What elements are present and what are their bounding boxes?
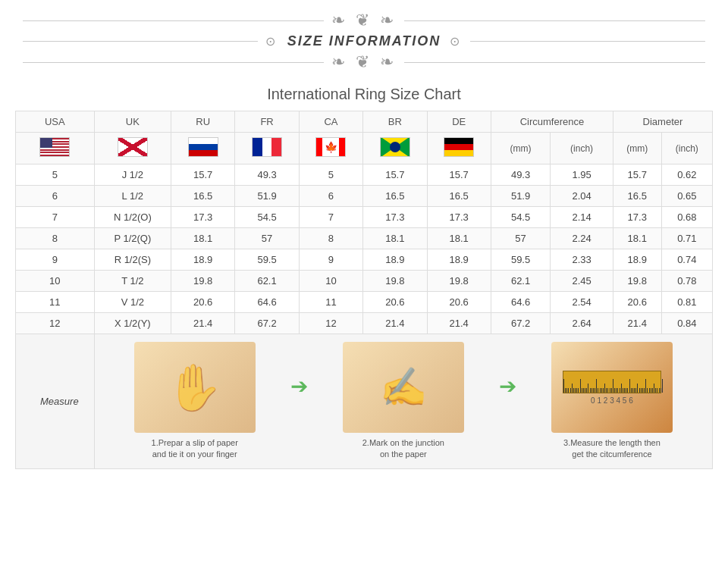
table-cell: 51.9 — [235, 186, 299, 207]
table-cell: L 1/2 — [94, 186, 171, 207]
flag-fr — [235, 133, 299, 164]
table-cell: 21.4 — [363, 313, 427, 334]
table-cell: 21.4 — [613, 313, 661, 334]
table-cell: 0.71 — [661, 228, 712, 249]
measure-step-2: 2.Mark on the junction on the paper — [311, 342, 496, 461]
deco-title-line: ⊙ SIZE INFORMATION ⊙ — [15, 33, 713, 49]
table-cell: 1.95 — [551, 164, 613, 186]
usa-flag-img — [39, 137, 70, 157]
col-ru: RU — [171, 111, 235, 133]
deco-ornament-right: ⊙ — [450, 34, 463, 49]
table-cell: 21.4 — [171, 313, 235, 334]
circ-mm-header: (mm) — [491, 133, 550, 164]
flag-usa — [16, 133, 95, 164]
table-cell: 18.9 — [613, 249, 661, 271]
table-cell: 49.3 — [235, 164, 299, 186]
table-cell: 16.5 — [427, 186, 491, 207]
chart-title: International Ring Size Chart — [15, 86, 713, 103]
table-cell: J 1/2 — [94, 164, 171, 186]
table-cell: 8 — [16, 228, 95, 249]
table-cell: T 1/2 — [94, 271, 171, 292]
table-cell: 62.1 — [491, 271, 550, 292]
diam-inch-header: (inch) — [661, 133, 712, 164]
uk-flag-img — [118, 137, 148, 157]
table-cell: 18.1 — [613, 228, 661, 249]
step3-image: 0 1 2 3 4 5 6 — [551, 342, 673, 433]
table-cell: 20.6 — [427, 292, 491, 313]
table-row: 12X 1/2(Y)21.467.21221.421.467.22.6421.4… — [16, 313, 713, 334]
table-cell: 59.5 — [491, 249, 550, 271]
table-cell: X 1/2(Y) — [94, 313, 171, 334]
table-cell: 15.7 — [171, 164, 235, 186]
flag-uk — [94, 133, 171, 164]
flag-de — [427, 133, 491, 164]
table-cell: 5 — [16, 164, 95, 186]
table-cell: 17.3 — [427, 207, 491, 228]
table-cell: 18.1 — [363, 228, 427, 249]
deco-ornament-top: ❧ ❦ ❧ — [331, 11, 397, 30]
table-cell: 2.04 — [551, 186, 613, 207]
table-row: 9R 1/2(S)18.959.5918.918.959.52.3318.90.… — [16, 249, 713, 271]
table-cell: 19.8 — [363, 271, 427, 292]
table-cell: 20.6 — [171, 292, 235, 313]
table-cell: 18.9 — [427, 249, 491, 271]
table-cell: 2.33 — [551, 249, 613, 271]
table-cell: 10 — [16, 271, 95, 292]
table-cell: 64.6 — [235, 292, 299, 313]
table-cell: 57 — [491, 228, 550, 249]
table-cell: 18.9 — [363, 249, 427, 271]
deco-ornament-left: ⊙ — [265, 34, 278, 49]
table-cell: 0.65 — [661, 186, 712, 207]
table-row: 11V 1/220.664.61120.620.664.62.5420.60.8… — [16, 292, 713, 313]
col-fr: FR — [235, 111, 299, 133]
measure-footer: Measure 1.Prepar a slip of paper and tie… — [16, 334, 713, 469]
col-br: BR — [363, 111, 427, 133]
br-flag-img — [380, 137, 410, 157]
flag-br — [363, 133, 427, 164]
table-cell: 15.7 — [427, 164, 491, 186]
table-cell: 12 — [299, 313, 362, 334]
col-diameter: Diameter — [613, 111, 712, 133]
table-cell: 11 — [16, 292, 95, 313]
deco-hr-left2 — [23, 41, 258, 42]
table-cell: 6 — [299, 186, 362, 207]
table-cell: 11 — [299, 292, 362, 313]
table-cell: 54.5 — [491, 207, 550, 228]
table-cell: 0.74 — [661, 249, 712, 271]
table-cell: 67.2 — [491, 313, 550, 334]
table-cell: 9 — [299, 249, 362, 271]
table-row: 8P 1/2(Q)18.157818.118.1572.2418.10.71 — [16, 228, 713, 249]
table-cell: 2.45 — [551, 271, 613, 292]
table-cell: 0.84 — [661, 313, 712, 334]
table-row: 5J 1/215.749.3515.715.749.31.9515.70.62 — [16, 164, 713, 186]
deco-hr-right2 — [470, 41, 705, 42]
table-cell: 17.3 — [613, 207, 661, 228]
ruler-visual — [563, 371, 661, 393]
table-cell: 17.3 — [363, 207, 427, 228]
table-cell: 12 — [16, 313, 95, 334]
table-cell: 54.5 — [235, 207, 299, 228]
deco-ornament-bottom: ❧ ❦ ❧ — [331, 52, 397, 72]
col-circumference: Circumference — [491, 111, 613, 133]
page-wrapper: ❧ ❦ ❧ ⊙ SIZE INFORMATION ⊙ ❧ ❦ ❧ Interna… — [0, 0, 728, 484]
table-cell: 8 — [299, 228, 362, 249]
deco-hr-right — [404, 20, 705, 21]
decorative-header: ❧ ❦ ❧ ⊙ SIZE INFORMATION ⊙ ❧ ❦ ❧ — [15, 11, 713, 72]
table-cell: 15.7 — [613, 164, 661, 186]
table-cell: 62.1 — [235, 271, 299, 292]
de-flag-img — [444, 137, 474, 157]
table-cell: 2.54 — [551, 292, 613, 313]
table-cell: 0.78 — [661, 271, 712, 292]
measure-step-1: 1.Prepar a slip of paper and tie it on y… — [102, 342, 287, 461]
deco-line-top: ❧ ❦ ❧ — [15, 11, 713, 30]
table-cell: N 1/2(O) — [94, 207, 171, 228]
table-cell: 51.9 — [491, 186, 550, 207]
table-cell: 6 — [16, 186, 95, 207]
step2-image — [343, 342, 464, 433]
deco-hr-left3 — [23, 62, 324, 63]
table-cell: 18.9 — [171, 249, 235, 271]
table-cell: 16.5 — [171, 186, 235, 207]
measure-label: Measure — [16, 334, 95, 469]
circ-inch-header: (inch) — [551, 133, 613, 164]
table-cell: 20.6 — [363, 292, 427, 313]
